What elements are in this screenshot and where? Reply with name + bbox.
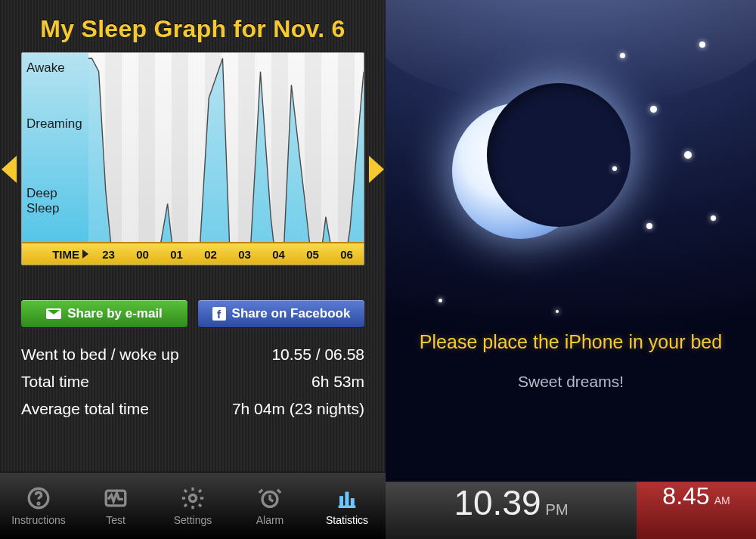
moon-icon — [452, 103, 588, 239]
current-time-ampm: PM — [546, 501, 569, 519]
sleep-chart: Awake Dreaming Deep Sleep — [21, 52, 364, 265]
chart-region: Awake Dreaming Deep Sleep — [0, 52, 386, 287]
bar-chart-icon — [334, 485, 360, 511]
tab-statistics[interactable]: Statistics — [308, 472, 386, 539]
stat-value: 7h 04m (23 nights) — [232, 400, 364, 418]
gear-icon — [180, 485, 206, 511]
tab-instructions[interactable]: Instructions — [0, 472, 77, 539]
page-title: My Sleep Graph for Nov. 6 — [0, 0, 386, 52]
prev-day-arrow[interactable] — [2, 156, 17, 183]
time-axis-arrow-icon — [82, 249, 88, 259]
y-label-awake: Awake — [26, 60, 65, 76]
help-icon — [26, 485, 51, 511]
tab-label: Instructions — [11, 514, 66, 526]
pulse-icon — [103, 485, 129, 511]
sweet-dreams-text: Sweet dreams! — [386, 373, 756, 391]
share-email-label: Share by e-mail — [67, 306, 163, 321]
tab-settings[interactable]: Settings — [154, 472, 231, 539]
alarm-icon — [257, 485, 283, 511]
star-icon — [438, 299, 442, 302]
alarm-time-value: 8.45 — [662, 482, 709, 510]
tab-label: Settings — [174, 514, 212, 526]
svg-point-1 — [38, 503, 39, 504]
stats-block: Went to bed / woke up 10.55 / 06.58 Tota… — [0, 338, 386, 423]
y-axis: Awake Dreaming Deep Sleep — [22, 53, 90, 243]
current-time-value: 10.39 — [454, 482, 541, 523]
sleep-prompt-screen: Please place the iPhone in your bed Swee… — [386, 0, 756, 539]
stat-row: Average total time 7h 04m (23 nights) — [21, 395, 364, 423]
alarm-time-ampm: AM — [714, 494, 730, 506]
time-tick: 04 — [272, 248, 285, 261]
stat-label: Total time — [21, 373, 89, 391]
star-icon — [650, 106, 657, 113]
tab-label: Test — [106, 514, 125, 526]
star-icon — [556, 310, 559, 313]
share-facebook-label: Share on Facebook — [232, 306, 351, 321]
star-icon — [620, 53, 625, 58]
stat-label: Went to bed / woke up — [21, 345, 179, 364]
star-icon — [612, 166, 617, 171]
tab-label: Alarm — [256, 514, 284, 526]
stat-value: 10.55 / 06.58 — [271, 345, 364, 364]
star-icon — [699, 42, 705, 48]
place-phone-prompt: Please place the iPhone in your bed — [386, 331, 756, 353]
night-sky: Please place the iPhone in your bed Swee… — [386, 0, 756, 482]
time-tick: 23 — [102, 248, 115, 261]
star-icon — [711, 215, 716, 221]
time-tick: 06 — [340, 248, 353, 261]
screen-gloss — [386, 0, 756, 106]
chart-svg — [88, 53, 364, 265]
share-email-button[interactable]: Share by e-mail — [21, 300, 187, 327]
time-axis-label: TIME — [52, 248, 79, 261]
statistics-screen: My Sleep Graph for Nov. 6 Awake Dreaming… — [0, 0, 386, 539]
time-tick: 00 — [136, 248, 149, 261]
stat-row: Total time 6h 53m — [21, 368, 364, 395]
star-icon — [684, 151, 692, 159]
time-tick: 02 — [204, 248, 217, 261]
stat-label: Average total time — [21, 400, 149, 418]
share-facebook-button[interactable]: f Share on Facebook — [198, 300, 364, 327]
stat-row: Went to bed / woke up 10.55 / 06.58 — [21, 341, 364, 368]
y-label-dreaming: Dreaming — [26, 116, 82, 132]
svg-rect-6 — [345, 492, 349, 507]
star-icon — [646, 223, 652, 229]
tab-bar: Instructions Test Settings Alarm — [0, 472, 386, 539]
next-day-arrow[interactable] — [369, 156, 384, 183]
svg-rect-7 — [351, 498, 355, 506]
time-tick: 01 — [170, 248, 183, 261]
tab-alarm[interactable]: Alarm — [231, 472, 308, 539]
time-ticks: 2300010203040506 — [91, 248, 364, 261]
svg-point-3 — [189, 494, 196, 501]
share-row: Share by e-mail f Share on Facebook — [0, 287, 386, 338]
current-time: 10.39 PM — [386, 482, 637, 539]
facebook-icon: f — [212, 307, 226, 321]
svg-rect-5 — [339, 496, 343, 506]
y-label-deep: Deep Sleep — [26, 186, 59, 216]
time-axis: TIME 2300010203040506 — [22, 242, 364, 265]
tab-test[interactable]: Test — [77, 472, 154, 539]
chart-plot — [88, 53, 364, 243]
stat-value: 6h 53m — [311, 373, 364, 391]
tab-label: Statistics — [326, 514, 368, 526]
alarm-time[interactable]: 8.45 AM — [637, 482, 756, 539]
time-bar: 10.39 PM 8.45 AM — [386, 482, 756, 539]
envelope-icon — [46, 308, 61, 319]
time-tick: 03 — [238, 248, 251, 261]
time-tick: 05 — [306, 248, 319, 261]
